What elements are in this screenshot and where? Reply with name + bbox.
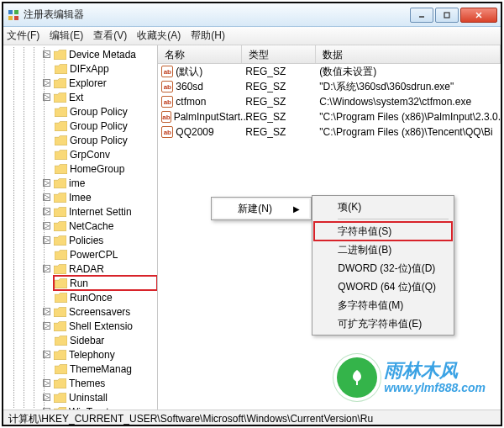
value-name: QQ2009 bbox=[176, 126, 213, 138]
list-pane: 名称 类型 数据 ab(默认)REG_SZ(数值未设置)ab360sdREG_S… bbox=[158, 45, 501, 410]
tree-item[interactable]: ▷Policies bbox=[54, 233, 157, 247]
tree-item-label: Group Policy bbox=[70, 135, 128, 146]
tree-item-label: RADAR bbox=[69, 263, 104, 275]
value-data: (数值未设置) bbox=[316, 65, 501, 79]
tree-item[interactable]: ▷Internet Settin bbox=[54, 204, 157, 219]
tree-item[interactable]: ▷Explorer bbox=[54, 76, 157, 90]
context-new-label: 新建(N) bbox=[238, 202, 272, 216]
list-row[interactable]: abPalmInputStart...REG_SZ"C:\Program Fil… bbox=[158, 109, 501, 124]
svg-rect-8 bbox=[356, 380, 358, 385]
tree-item[interactable]: ▷Screensavers bbox=[54, 304, 157, 319]
context-item[interactable]: 多字符串值(M) bbox=[314, 296, 452, 314]
tree-item-label: Policies bbox=[69, 235, 103, 246]
col-type[interactable]: 类型 bbox=[242, 45, 316, 63]
string-value-icon: ab bbox=[161, 81, 173, 92]
tree-item[interactable]: ▷NetCache bbox=[54, 219, 157, 233]
tree-item[interactable]: Run bbox=[54, 276, 157, 290]
menu-separator bbox=[338, 219, 449, 219]
tree-item[interactable]: ▷Imee bbox=[54, 190, 157, 204]
tree-item-label: Group Policy bbox=[70, 120, 128, 132]
tree-item-label: Shell Extensio bbox=[69, 320, 133, 332]
submenu-arrow-icon: ▶ bbox=[293, 204, 300, 214]
context-menu-new: 项(K)字符串值(S)二进制值(B)DWORD (32-位)值(D)QWORD … bbox=[312, 195, 454, 336]
tree-item-label: Themes bbox=[69, 378, 105, 389]
tree-item[interactable]: ▷Ext bbox=[54, 90, 157, 104]
context-menu-parent: 新建(N) ▶ bbox=[211, 197, 312, 220]
menu-favorites[interactable]: 收藏夹(A) bbox=[137, 29, 181, 43]
tree-item[interactable]: Sidebar bbox=[54, 333, 157, 347]
tree-item-label: Device Metada bbox=[69, 49, 136, 61]
tree-item-label: Uninstall bbox=[69, 392, 108, 404]
context-item[interactable]: 字符串值(S) bbox=[314, 222, 452, 240]
context-item[interactable]: DWORD (32-位)值(D) bbox=[314, 259, 452, 277]
tree-item[interactable]: DIFxApp bbox=[54, 61, 157, 76]
tree-item-label: Group Policy bbox=[70, 106, 128, 118]
tree-item-label: Run bbox=[70, 277, 88, 289]
list-row[interactable]: abctfmonREG_SZC:\Windows\system32\ctfmon… bbox=[158, 94, 501, 109]
svg-rect-0 bbox=[8, 10, 13, 14]
tree-item[interactable]: Group Policy bbox=[54, 133, 157, 147]
tree-item-label: DIFxApp bbox=[70, 63, 109, 75]
tree-item-label: Screensavers bbox=[69, 306, 130, 318]
menu-help[interactable]: 帮助(H) bbox=[191, 29, 225, 43]
value-name: (默认) bbox=[176, 65, 202, 79]
tree-item-label: NetCache bbox=[69, 220, 113, 232]
tree-item[interactable]: PowerCPL bbox=[54, 247, 157, 262]
value-type: REG_SZ bbox=[242, 66, 316, 77]
tree-item[interactable]: ▷Shell Extensio bbox=[54, 319, 157, 333]
tree-item-label: RunOnce bbox=[70, 292, 113, 304]
window-title: 注册表编辑器 bbox=[24, 8, 410, 22]
tree-item[interactable]: ▷Device Metada bbox=[54, 47, 157, 61]
tree-item-label: GrpConv bbox=[70, 149, 110, 161]
list-row[interactable]: ab(默认)REG_SZ(数值未设置) bbox=[158, 64, 501, 79]
tree-item[interactable]: ▷RADAR bbox=[54, 262, 157, 276]
value-type: REG_SZ bbox=[242, 126, 316, 138]
list-header: 名称 类型 数据 bbox=[158, 45, 501, 64]
context-item[interactable]: 项(K) bbox=[314, 198, 452, 216]
tree-item[interactable]: GrpConv bbox=[54, 147, 157, 161]
maximize-button[interactable] bbox=[435, 8, 459, 23]
value-name: 360sd bbox=[176, 81, 203, 92]
list-row[interactable]: ab360sdREG_SZ"D:\系统\360sd\360sdrun.exe" bbox=[158, 79, 501, 94]
value-name: ctfmon bbox=[176, 96, 206, 108]
tree-item[interactable]: ▷ime bbox=[54, 176, 157, 190]
value-data: "C:\Program Files (x86)\PalmInput\2.3.0. bbox=[316, 111, 501, 123]
tree-item[interactable]: ▷Themes bbox=[54, 376, 157, 390]
string-value-icon: ab bbox=[161, 126, 173, 138]
tree-item-label: ThemeManag bbox=[70, 363, 132, 375]
menu-edit[interactable]: 编辑(E) bbox=[50, 29, 83, 43]
col-data[interactable]: 数据 bbox=[316, 45, 501, 63]
app-icon bbox=[7, 8, 20, 22]
list-row[interactable]: abQQ2009REG_SZ"C:\Program Files (x86)\Te… bbox=[158, 124, 501, 140]
titlebar: 注册表编辑器 bbox=[3, 3, 501, 27]
tree-item[interactable]: Group Policy bbox=[54, 119, 157, 133]
value-data: C:\Windows\system32\ctfmon.exe bbox=[316, 96, 501, 108]
col-name[interactable]: 名称 bbox=[158, 45, 242, 63]
value-name: PalmInputStart... bbox=[174, 111, 249, 123]
menubar: 文件(F) 编辑(E) 查看(V) 收藏夹(A) 帮助(H) bbox=[3, 27, 501, 45]
watermark: 雨林木风 www.ylmf888.com bbox=[337, 357, 486, 398]
tree-item-label: Ext bbox=[69, 92, 83, 103]
tree-item[interactable]: Group Policy bbox=[54, 104, 157, 119]
tree-item[interactable]: RunOnce bbox=[54, 290, 157, 304]
context-item-new[interactable]: 新建(N) ▶ bbox=[213, 199, 309, 218]
tree-item-label: Internet Settin bbox=[69, 206, 132, 218]
tree-item[interactable]: HomeGroup bbox=[54, 161, 157, 176]
value-type: REG_SZ bbox=[242, 81, 316, 92]
context-item[interactable]: 可扩充字符串值(E) bbox=[314, 314, 452, 333]
tree-pane: ▷Device MetadaDIFxApp▷Explorer▷ExtGroup … bbox=[3, 45, 158, 410]
context-item[interactable]: QWORD (64 位)值(Q) bbox=[314, 277, 452, 296]
watermark-brand: 雨林木风 bbox=[384, 361, 486, 381]
menu-view[interactable]: 查看(V) bbox=[93, 29, 127, 43]
watermark-url: www.ylmf888.com bbox=[384, 381, 486, 394]
menu-file[interactable]: 文件(F) bbox=[7, 29, 39, 43]
context-item[interactable]: 二进制值(B) bbox=[314, 240, 452, 259]
minimize-button[interactable] bbox=[410, 8, 433, 23]
tree-item[interactable]: ▷Telephony bbox=[54, 347, 157, 362]
tree-item[interactable]: ▷Uninstall bbox=[54, 390, 157, 404]
svg-rect-5 bbox=[444, 13, 449, 18]
tree-item[interactable]: ThemeManag bbox=[54, 362, 157, 376]
close-button[interactable] bbox=[460, 8, 497, 23]
string-value-icon: ab bbox=[161, 96, 173, 108]
tree-item-label: HomeGroup bbox=[70, 163, 124, 175]
